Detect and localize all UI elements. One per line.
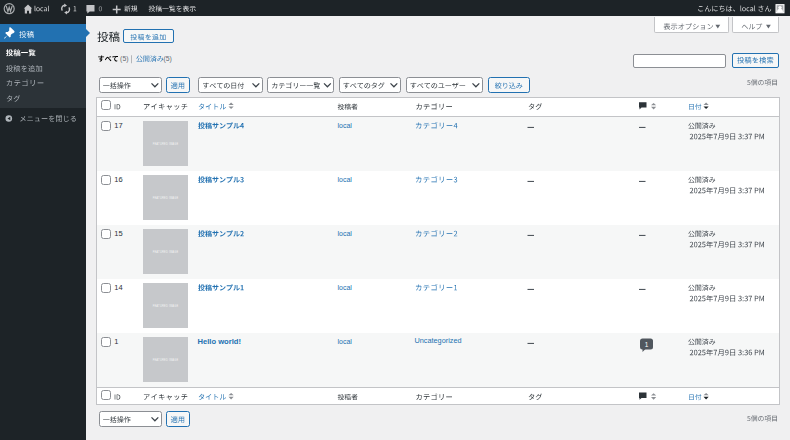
svg-text:(5): (5) [163,55,171,63]
svg-text:(5): (5) [120,55,128,63]
